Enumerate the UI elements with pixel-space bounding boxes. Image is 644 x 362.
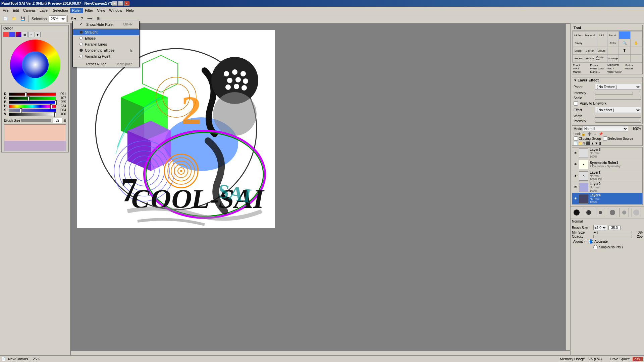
layer1-vis[interactable]: 👁: [573, 173, 578, 179]
intensity2-slider[interactable]: [595, 120, 641, 123]
tool-eraser[interactable]: Eraser: [573, 47, 584, 54]
layer4-vis[interactable]: 👁: [573, 196, 578, 201]
tool-color-sel[interactable]: [619, 32, 630, 39]
selection-toggle[interactable]: Selection: [30, 15, 48, 22]
h-slider[interactable]: [9, 105, 56, 108]
color-tab-red[interactable]: [3, 32, 9, 37]
layer-row-layer3[interactable]: 👁 Layer3 Normal 100%: [572, 147, 642, 159]
menu-ruler[interactable]: Ruler: [70, 8, 83, 13]
menu-help[interactable]: Help: [124, 8, 136, 13]
layer-copy-icon[interactable]: ©: [583, 141, 585, 145]
dropdown-parallel[interactable]: Parallel Lines: [73, 41, 139, 47]
bsp-minsize-slider[interactable]: [597, 231, 632, 234]
width-slider[interactable]: [595, 115, 641, 118]
menu-view[interactable]: View: [95, 8, 107, 13]
color-tab-history[interactable]: ◆: [35, 32, 41, 37]
dropdown-concentric[interactable]: Concentric Ellipse E: [73, 47, 139, 53]
dropdown-reset-ruler[interactable]: Reset Ruler BackSpace: [73, 61, 139, 67]
brush-preset-4[interactable]: [608, 208, 617, 217]
open-button[interactable]: 📁: [10, 15, 18, 22]
layer-delete-icon[interactable]: 🗑: [599, 141, 602, 145]
tool-color[interactable]: Color: [607, 39, 619, 47]
clipping-check[interactable]: [574, 136, 578, 141]
tool-binary[interactable]: Binary: [573, 39, 584, 47]
layer-down-icon[interactable]: ▼: [595, 141, 598, 145]
tool-blend[interactable]: Blend..: [607, 32, 619, 39]
canvas-area[interactable]: 2: [70, 23, 570, 362]
color-tab-palette[interactable]: ≡: [28, 32, 34, 37]
mode-select[interactable]: Normal: [583, 126, 628, 131]
layer-new-icon[interactable]: 📄: [574, 141, 578, 145]
brush-size-slider[interactable]: [21, 119, 51, 122]
scale-slider[interactable]: [595, 97, 641, 100]
brush-preset-3[interactable]: [596, 208, 605, 217]
tool-marker0[interactable]: Marker0: [584, 32, 595, 39]
g-slider[interactable]: [9, 97, 56, 100]
tool-smudge[interactable]: Smudge: [607, 55, 619, 62]
menu-filter[interactable]: Filter: [83, 8, 95, 13]
new-button[interactable]: 📄: [1, 15, 9, 22]
layer2-vis[interactable]: 👁: [573, 185, 578, 190]
tool-binary2[interactable]: Binary: [584, 55, 595, 62]
v-slider[interactable]: [9, 113, 56, 116]
color-wheel[interactable]: [10, 40, 60, 90]
tool-selpen[interactable]: SelPen: [584, 47, 595, 54]
layer-fill-icon[interactable]: ⬛: [586, 141, 590, 145]
tool-hand[interactable]: ✋: [631, 39, 642, 47]
tool-extra1[interactable]: [631, 32, 642, 39]
layer-row-layer1[interactable]: 👁 A Layer1 Normal 100% Eff: [572, 170, 642, 182]
dropdown-show-hide-ruler[interactable]: ✓ Show/Hide Ruler Ctrl+R: [73, 21, 139, 27]
layer-row-layer2[interactable]: 👁 Layer2 Normal 100%: [572, 182, 642, 193]
tool-text[interactable]: T: [619, 47, 630, 54]
tool-ink2[interactable]: Ink2: [596, 32, 607, 39]
lock-icon[interactable]: 🔒: [581, 132, 585, 136]
symrule-vis[interactable]: 👁: [573, 162, 578, 167]
lock-add-icon[interactable]: ➕: [587, 132, 591, 136]
layer-row-symrule[interactable]: 👁 ✦ Symmetric Ruler1 7 Divisions - Symme…: [572, 159, 642, 170]
color-wheel-area[interactable]: [2, 38, 68, 91]
dropdown-ellipse[interactable]: Ellipse: [73, 35, 139, 41]
algo-simple-radio[interactable]: [593, 245, 598, 249]
b-slider[interactable]: [9, 101, 56, 104]
menu-layer[interactable]: Layer: [38, 8, 51, 13]
tool-selets[interactable]: SelErs: [596, 47, 607, 54]
r-slider[interactable]: [9, 93, 56, 96]
bsp-opacity-slider[interactable]: [593, 235, 632, 238]
menu-file[interactable]: File: [1, 8, 11, 13]
menu-edit[interactable]: Edit: [11, 8, 21, 13]
tool-bucket[interactable]: Bucket: [573, 55, 584, 62]
bsp-pen-icon[interactable]: ✒: [593, 231, 596, 234]
lock-arrow-icon[interactable]: →: [593, 132, 597, 136]
menu-canvas[interactable]: Canvas: [21, 8, 38, 13]
intensity-slider[interactable]: [595, 92, 633, 95]
selection-check[interactable]: [603, 136, 607, 141]
layer-row-layer4[interactable]: 👁 Layer4 Normal 100%: [572, 193, 642, 204]
color-tab-blue[interactable]: [9, 32, 15, 37]
color-tab-gradient[interactable]: [15, 32, 21, 37]
tool-magnify[interactable]: 🔍: [619, 39, 630, 47]
brush-preset-5[interactable]: [620, 208, 629, 217]
brush-size-input[interactable]: [53, 118, 62, 123]
algo-accurate-radio[interactable]: [589, 239, 593, 244]
brush-preset-2[interactable]: [584, 208, 593, 217]
tool-gradation[interactable]: Gradn-tion: [596, 55, 607, 62]
brush-preset-1[interactable]: [572, 208, 581, 217]
maximize-button[interactable]: □: [118, 1, 123, 6]
layer-up-icon[interactable]: ▲: [591, 141, 594, 145]
scrollbar-vertical[interactable]: [566, 23, 570, 351]
texture-select[interactable]: [ No Texture ]: [595, 84, 641, 90]
color-tab-grid[interactable]: ▦: [22, 32, 28, 37]
layer3-vis[interactable]: 👁: [573, 150, 578, 156]
brush-preset-6[interactable]: [632, 208, 641, 217]
minimize-button[interactable]: −: [112, 1, 117, 6]
tool-inkzero[interactable]: InkZero: [573, 32, 584, 39]
zoom-select[interactable]: 25% 50% 100%: [49, 15, 66, 22]
menu-selection[interactable]: Selection: [51, 8, 70, 13]
bsp-unit-select[interactable]: x1.0: [593, 225, 607, 230]
menu-window[interactable]: Window: [107, 8, 124, 13]
effect-select[interactable]: [ No effect ]: [595, 107, 641, 113]
dropdown-straight[interactable]: Straight: [73, 29, 139, 35]
s-slider[interactable]: [9, 109, 56, 112]
bsp-size-input[interactable]: [608, 226, 621, 230]
scrollbar-horizontal[interactable]: [70, 351, 570, 355]
